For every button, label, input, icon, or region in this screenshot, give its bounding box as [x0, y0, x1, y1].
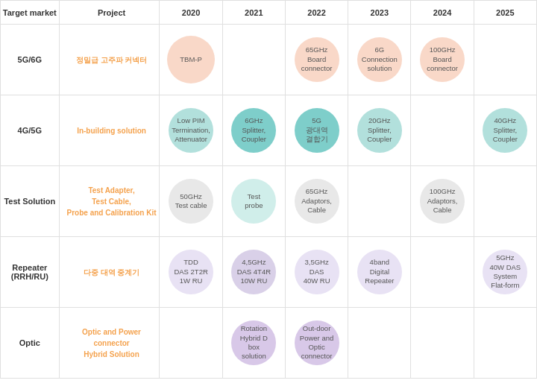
project-0: 정밀급 고주파 커넥터	[59, 25, 160, 95]
cell-r1-c1: 6GHzSplitter,Coupler	[222, 95, 285, 166]
bubble-test-probe: Testprobe	[231, 179, 276, 224]
bubble-40ghz-splitter,-coupler: 40GHzSplitter,Coupler	[483, 108, 527, 153]
project-2: Test Adapter,Test Cable,Probe and Calibr…	[59, 166, 160, 237]
row-optic: OpticOptic and PowerconnectorHybrid Solu…	[1, 308, 537, 379]
cell-r1-c4	[411, 95, 474, 166]
bubble-5g-광대역-결합기: 5G광대역결합기	[295, 108, 339, 153]
cell-r3-c1: 4,5GHzDAS 4T4R10W RU	[222, 237, 285, 308]
cell-r4-c5	[474, 308, 536, 379]
header-row: Target market Project 2020 2021 2022 202…	[1, 1, 537, 25]
cell-r4-c1: RotationHybrid D boxsolution	[222, 308, 285, 379]
bubble-4band-digital-repeater: 4bandDigitalRepeater	[357, 250, 402, 294]
bubble-65ghz-adaptors,-cable: 65GHzAdaptors,Cable	[295, 179, 339, 224]
market-2: Test Solution	[1, 166, 60, 237]
bubble-tdd-das-2t2r-1w-ru: TDDDAS 2T2R1W RU	[169, 250, 213, 294]
bubble-65ghz-board-connector: 65GHzBoardconnector	[295, 37, 339, 82]
header-2022: 2022	[285, 1, 348, 25]
header-project: Project	[59, 1, 160, 25]
header-2024: 2024	[411, 1, 474, 25]
cell-r2-c3	[348, 166, 411, 237]
header-2025: 2025	[474, 1, 536, 25]
cell-r4-c3	[348, 308, 411, 379]
bubble-50ghz-test-cable: 50GHzTest cable	[169, 179, 213, 224]
bubble-3,5ghz-das-40w-ru: 3,5GHzDAS40W RU	[295, 250, 339, 294]
cell-r3-c2: 3,5GHzDAS40W RU	[285, 237, 348, 308]
cell-r0-c5	[474, 25, 536, 95]
cell-r1-c3: 20GHzSplitter,Coupler	[348, 95, 411, 166]
cell-r3-c4	[411, 237, 474, 308]
market-3: Repeater(RRH/RU)	[1, 237, 60, 308]
bubble-100ghz-board-connector: 100GHzBoardconnector	[420, 37, 465, 82]
header-2021: 2021	[222, 1, 285, 25]
cell-r1-c0: Low PIMTermination,Attenuator	[160, 95, 222, 166]
row-4g/5g: 4G/5GIn-building solutionLow PIMTerminat…	[1, 95, 537, 166]
bubble-4,5ghz-das-4t4r-10w-ru: 4,5GHzDAS 4T4R10W RU	[231, 250, 276, 294]
market-0: 5G/6G	[1, 25, 60, 95]
header-2023: 2023	[348, 1, 411, 25]
row-repeater-(rrh/ru): Repeater(RRH/RU)다중 대역 중계기TDDDAS 2T2R1W R…	[1, 237, 537, 308]
bubble-5ghz-40w-das-system-flat-form: 5GHz40W DASSystemFlat-form	[483, 250, 527, 294]
cell-r0-c0: TBM-P	[160, 25, 222, 95]
row-test-solution: Test SolutionTest Adapter,Test Cable,Pro…	[1, 166, 537, 237]
cell-r4-c2: Out-doorPower andOpticconnector	[285, 308, 348, 379]
header-2020: 2020	[160, 1, 222, 25]
cell-r2-c1: Testprobe	[222, 166, 285, 237]
project-3: 다중 대역 중계기	[59, 237, 160, 308]
bubble-6ghz-splitter,-coupler: 6GHzSplitter,Coupler	[231, 108, 276, 153]
cell-r0-c4: 100GHzBoardconnector	[411, 25, 474, 95]
cell-r3-c5: 5GHz40W DASSystemFlat-form	[474, 237, 536, 308]
cell-r1-c2: 5G광대역결합기	[285, 95, 348, 166]
cell-r2-c0: 50GHzTest cable	[160, 166, 222, 237]
cell-r0-c3: 6GConnectionsolution	[348, 25, 411, 95]
cell-r1-c5: 40GHzSplitter,Coupler	[474, 95, 536, 166]
bubble-100ghz-adaptors,-cable: 100GHzAdaptors,Cable	[420, 179, 465, 224]
market-4: Optic	[1, 308, 60, 379]
cell-r0-c1	[222, 25, 285, 95]
project-1: In-building solution	[59, 95, 160, 166]
cell-r0-c2: 65GHzBoardconnector	[285, 25, 348, 95]
cell-r3-c3: 4bandDigitalRepeater	[348, 237, 411, 308]
cell-r3-c0: TDDDAS 2T2R1W RU	[160, 237, 222, 308]
market-1: 4G/5G	[1, 95, 60, 166]
header-target-market: Target market	[1, 1, 60, 25]
row-5g/6g: 5G/6G정밀급 고주파 커넥터TBM-P65GHzBoardconnector…	[1, 25, 537, 95]
roadmap-table: Target market Project 2020 2021 2022 202…	[0, 0, 537, 379]
bubble-tbm-p: TBM-P	[167, 36, 215, 83]
cell-r2-c5	[474, 166, 536, 237]
cell-r2-c4: 100GHzAdaptors,Cable	[411, 166, 474, 237]
bubble-6g-connection-solution: 6GConnectionsolution	[357, 37, 402, 82]
bubble-20ghz-splitter,-coupler: 20GHzSplitter,Coupler	[357, 108, 402, 153]
cell-r4-c0	[160, 308, 222, 379]
bubble-rotation-hybrid-d-box-solution: RotationHybrid D boxsolution	[231, 320, 276, 365]
project-4: Optic and PowerconnectorHybrid Solution	[59, 308, 160, 379]
bubble-out-door-power-and-optic-connector: Out-doorPower andOpticconnector	[295, 320, 339, 365]
cell-r4-c4	[411, 308, 474, 379]
bubble-low-pim-termination,-attenuator: Low PIMTermination,Attenuator	[169, 108, 213, 153]
cell-r2-c2: 65GHzAdaptors,Cable	[285, 166, 348, 237]
